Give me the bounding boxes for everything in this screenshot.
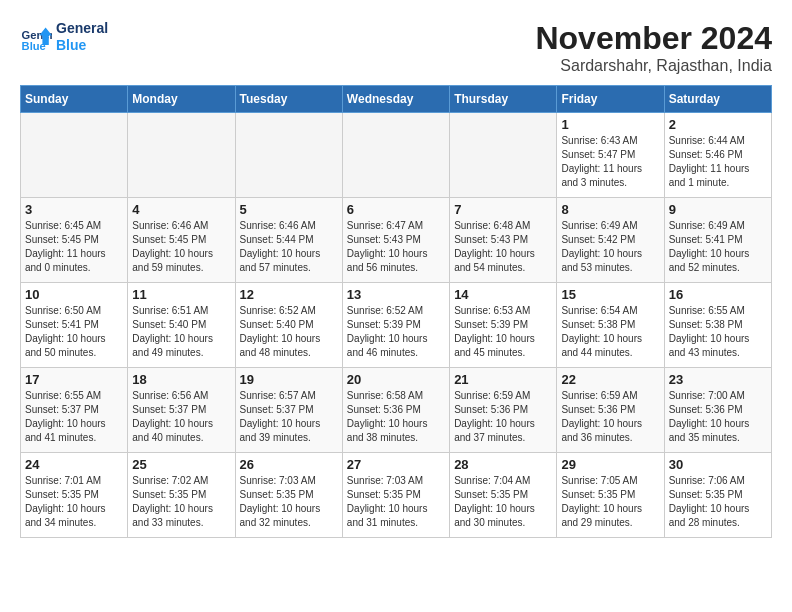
calendar-cell: 22Sunrise: 6:59 AM Sunset: 5:36 PM Dayli… [557, 368, 664, 453]
day-number: 9 [669, 202, 767, 217]
calendar-cell: 23Sunrise: 7:00 AM Sunset: 5:36 PM Dayli… [664, 368, 771, 453]
day-info: Sunrise: 6:49 AM Sunset: 5:41 PM Dayligh… [669, 219, 767, 275]
calendar-cell [450, 113, 557, 198]
calendar-cell: 11Sunrise: 6:51 AM Sunset: 5:40 PM Dayli… [128, 283, 235, 368]
calendar-cell: 24Sunrise: 7:01 AM Sunset: 5:35 PM Dayli… [21, 453, 128, 538]
calendar-cell: 9Sunrise: 6:49 AM Sunset: 5:41 PM Daylig… [664, 198, 771, 283]
day-number: 8 [561, 202, 659, 217]
calendar-cell: 12Sunrise: 6:52 AM Sunset: 5:40 PM Dayli… [235, 283, 342, 368]
day-number: 19 [240, 372, 338, 387]
calendar-cell: 26Sunrise: 7:03 AM Sunset: 5:35 PM Dayli… [235, 453, 342, 538]
calendar-cell: 21Sunrise: 6:59 AM Sunset: 5:36 PM Dayli… [450, 368, 557, 453]
weekday-header-tuesday: Tuesday [235, 86, 342, 113]
day-number: 18 [132, 372, 230, 387]
day-number: 12 [240, 287, 338, 302]
calendar-week-row: 3Sunrise: 6:45 AM Sunset: 5:45 PM Daylig… [21, 198, 772, 283]
day-number: 13 [347, 287, 445, 302]
weekday-header-saturday: Saturday [664, 86, 771, 113]
calendar-cell: 4Sunrise: 6:46 AM Sunset: 5:45 PM Daylig… [128, 198, 235, 283]
day-number: 21 [454, 372, 552, 387]
day-info: Sunrise: 6:55 AM Sunset: 5:38 PM Dayligh… [669, 304, 767, 360]
day-number: 22 [561, 372, 659, 387]
calendar-week-row: 1Sunrise: 6:43 AM Sunset: 5:47 PM Daylig… [21, 113, 772, 198]
day-info: Sunrise: 6:46 AM Sunset: 5:44 PM Dayligh… [240, 219, 338, 275]
day-info: Sunrise: 6:57 AM Sunset: 5:37 PM Dayligh… [240, 389, 338, 445]
calendar-cell: 8Sunrise: 6:49 AM Sunset: 5:42 PM Daylig… [557, 198, 664, 283]
weekday-header-thursday: Thursday [450, 86, 557, 113]
calendar-cell: 3Sunrise: 6:45 AM Sunset: 5:45 PM Daylig… [21, 198, 128, 283]
calendar-cell: 20Sunrise: 6:58 AM Sunset: 5:36 PM Dayli… [342, 368, 449, 453]
calendar-cell: 2Sunrise: 6:44 AM Sunset: 5:46 PM Daylig… [664, 113, 771, 198]
day-info: Sunrise: 7:03 AM Sunset: 5:35 PM Dayligh… [347, 474, 445, 530]
calendar-cell: 18Sunrise: 6:56 AM Sunset: 5:37 PM Dayli… [128, 368, 235, 453]
day-number: 27 [347, 457, 445, 472]
calendar-week-row: 10Sunrise: 6:50 AM Sunset: 5:41 PM Dayli… [21, 283, 772, 368]
weekday-header-monday: Monday [128, 86, 235, 113]
calendar-cell: 13Sunrise: 6:52 AM Sunset: 5:39 PM Dayli… [342, 283, 449, 368]
day-info: Sunrise: 7:02 AM Sunset: 5:35 PM Dayligh… [132, 474, 230, 530]
day-number: 29 [561, 457, 659, 472]
month-title: November 2024 [535, 20, 772, 57]
logo: General Blue General Blue [20, 20, 108, 54]
day-number: 4 [132, 202, 230, 217]
day-number: 20 [347, 372, 445, 387]
day-number: 17 [25, 372, 123, 387]
day-info: Sunrise: 6:51 AM Sunset: 5:40 PM Dayligh… [132, 304, 230, 360]
calendar-cell: 29Sunrise: 7:05 AM Sunset: 5:35 PM Dayli… [557, 453, 664, 538]
day-info: Sunrise: 6:50 AM Sunset: 5:41 PM Dayligh… [25, 304, 123, 360]
calendar-cell [21, 113, 128, 198]
day-info: Sunrise: 7:04 AM Sunset: 5:35 PM Dayligh… [454, 474, 552, 530]
day-info: Sunrise: 7:03 AM Sunset: 5:35 PM Dayligh… [240, 474, 338, 530]
page-header: General Blue General Blue November 2024 … [20, 20, 772, 75]
day-info: Sunrise: 6:43 AM Sunset: 5:47 PM Dayligh… [561, 134, 659, 190]
day-number: 26 [240, 457, 338, 472]
day-info: Sunrise: 6:44 AM Sunset: 5:46 PM Dayligh… [669, 134, 767, 190]
svg-text:Blue: Blue [22, 40, 46, 52]
day-number: 16 [669, 287, 767, 302]
day-number: 7 [454, 202, 552, 217]
calendar-cell: 15Sunrise: 6:54 AM Sunset: 5:38 PM Dayli… [557, 283, 664, 368]
day-number: 14 [454, 287, 552, 302]
day-info: Sunrise: 6:45 AM Sunset: 5:45 PM Dayligh… [25, 219, 123, 275]
day-number: 30 [669, 457, 767, 472]
day-info: Sunrise: 7:01 AM Sunset: 5:35 PM Dayligh… [25, 474, 123, 530]
day-info: Sunrise: 6:56 AM Sunset: 5:37 PM Dayligh… [132, 389, 230, 445]
calendar-cell: 14Sunrise: 6:53 AM Sunset: 5:39 PM Dayli… [450, 283, 557, 368]
day-info: Sunrise: 7:05 AM Sunset: 5:35 PM Dayligh… [561, 474, 659, 530]
calendar-cell: 25Sunrise: 7:02 AM Sunset: 5:35 PM Dayli… [128, 453, 235, 538]
calendar-cell: 28Sunrise: 7:04 AM Sunset: 5:35 PM Dayli… [450, 453, 557, 538]
title-section: November 2024 Sardarshahr, Rajasthan, In… [535, 20, 772, 75]
calendar-cell: 6Sunrise: 6:47 AM Sunset: 5:43 PM Daylig… [342, 198, 449, 283]
day-info: Sunrise: 6:52 AM Sunset: 5:39 PM Dayligh… [347, 304, 445, 360]
day-info: Sunrise: 6:46 AM Sunset: 5:45 PM Dayligh… [132, 219, 230, 275]
day-number: 1 [561, 117, 659, 132]
calendar-cell: 16Sunrise: 6:55 AM Sunset: 5:38 PM Dayli… [664, 283, 771, 368]
day-info: Sunrise: 6:47 AM Sunset: 5:43 PM Dayligh… [347, 219, 445, 275]
calendar-cell: 10Sunrise: 6:50 AM Sunset: 5:41 PM Dayli… [21, 283, 128, 368]
logo-text-general: General [56, 20, 108, 37]
day-number: 25 [132, 457, 230, 472]
day-info: Sunrise: 7:06 AM Sunset: 5:35 PM Dayligh… [669, 474, 767, 530]
day-number: 23 [669, 372, 767, 387]
weekday-header-wednesday: Wednesday [342, 86, 449, 113]
calendar-cell [128, 113, 235, 198]
day-number: 3 [25, 202, 123, 217]
day-info: Sunrise: 6:52 AM Sunset: 5:40 PM Dayligh… [240, 304, 338, 360]
calendar-table: SundayMondayTuesdayWednesdayThursdayFrid… [20, 85, 772, 538]
day-number: 2 [669, 117, 767, 132]
day-info: Sunrise: 6:54 AM Sunset: 5:38 PM Dayligh… [561, 304, 659, 360]
day-number: 5 [240, 202, 338, 217]
day-number: 24 [25, 457, 123, 472]
logo-icon: General Blue [20, 21, 52, 53]
calendar-cell: 27Sunrise: 7:03 AM Sunset: 5:35 PM Dayli… [342, 453, 449, 538]
day-info: Sunrise: 6:59 AM Sunset: 5:36 PM Dayligh… [561, 389, 659, 445]
weekday-header-friday: Friday [557, 86, 664, 113]
day-number: 11 [132, 287, 230, 302]
day-info: Sunrise: 6:59 AM Sunset: 5:36 PM Dayligh… [454, 389, 552, 445]
calendar-cell [342, 113, 449, 198]
calendar-cell: 30Sunrise: 7:06 AM Sunset: 5:35 PM Dayli… [664, 453, 771, 538]
calendar-cell [235, 113, 342, 198]
calendar-cell: 5Sunrise: 6:46 AM Sunset: 5:44 PM Daylig… [235, 198, 342, 283]
calendar-week-row: 24Sunrise: 7:01 AM Sunset: 5:35 PM Dayli… [21, 453, 772, 538]
calendar-week-row: 17Sunrise: 6:55 AM Sunset: 5:37 PM Dayli… [21, 368, 772, 453]
